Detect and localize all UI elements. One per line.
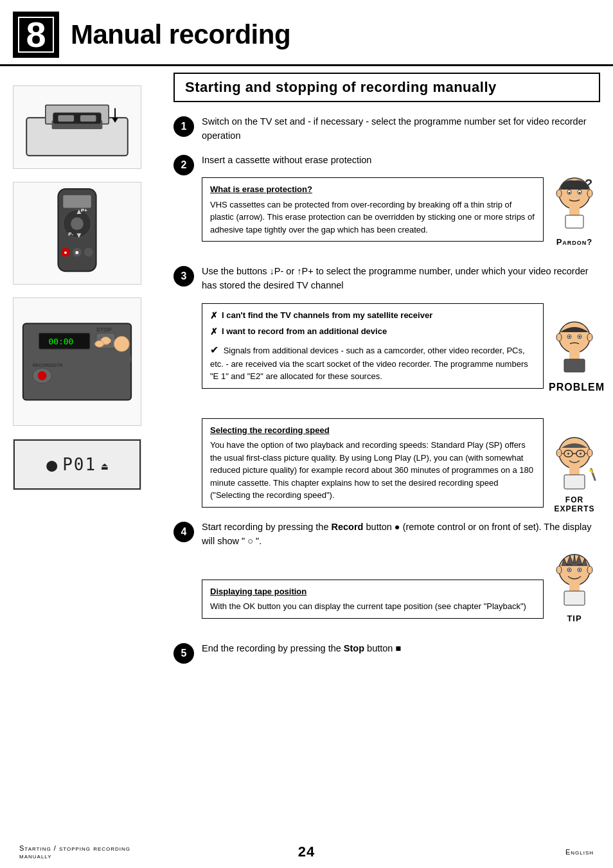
problem-face-svg (553, 319, 596, 374)
erase-protection-box: What is erase protection? VHS cassettes … (202, 171, 544, 248)
experts-label: FOR EXPERTS (549, 495, 600, 514)
svg-point-18 (84, 248, 93, 257)
svg-text:STOP: STOP (96, 326, 112, 333)
recording-speed-box: Selecting the recording speed You have t… (202, 418, 544, 508)
page-header: 8 Manual recording (0, 0, 613, 66)
svg-point-50 (587, 333, 592, 341)
svg-point-72 (556, 566, 562, 574)
step-5: 5 End the recording by pressing the Stop… (173, 642, 600, 664)
svg-text:RECORD/OTR: RECORD/OTR (33, 363, 63, 368)
chapter-number: 8 (26, 17, 46, 53)
step-5-content: End the recording by pressing the Stop b… (202, 642, 600, 656)
svg-rect-4 (58, 115, 74, 121)
problem-content: ✗ I can't find the TV channels from my s… (202, 297, 544, 395)
experts-face-svg (553, 434, 596, 492)
svg-point-11 (71, 217, 84, 230)
erase-protection-infobox: What is erase protection? VHS cassettes … (202, 177, 544, 242)
svg-point-60 (580, 452, 582, 454)
svg-rect-9 (63, 195, 91, 208)
svg-rect-64 (564, 475, 585, 489)
page-footer: Starting / stopping recording manually 2… (0, 844, 613, 860)
pardon-callout: What is erase protection? VHS cassettes … (202, 171, 600, 248)
erase-protection-title: What is erase protection? (210, 183, 535, 196)
svg-point-44 (559, 322, 590, 353)
svg-text:P-: P- (68, 231, 73, 237)
svg-point-33 (114, 336, 129, 351)
tape-position-title: Displaying tape position (210, 585, 535, 598)
svg-point-37 (569, 192, 571, 194)
step-4-content: Start recording by pressing the Record b… (202, 520, 600, 632)
step-2: 2 Insert a cassette without erase protec… (173, 154, 600, 255)
svg-rect-75 (564, 591, 585, 605)
step-2-number: 2 (173, 155, 194, 175)
svg-point-73 (587, 566, 592, 574)
svg-text:■: ■ (75, 249, 78, 256)
svg-text:00:00: 00:00 (48, 337, 73, 346)
problem-x-2: ✗ (210, 325, 218, 339)
erase-protection-text: VHS cassettes can be protected from over… (210, 199, 535, 236)
footer-left: Starting / stopping recording manually (19, 844, 148, 860)
display-illustration: ● P01 ⏏ (13, 439, 141, 490)
step-1-number: 1 (173, 116, 194, 137)
svg-rect-52 (564, 359, 585, 372)
pardon-face-svg: ? (553, 175, 596, 230)
problem-character: PROBLEM (549, 319, 600, 395)
recording-speed-title: Selecting the recording speed (210, 424, 535, 437)
svg-text:P+: P+ (81, 208, 87, 213)
main-content: ▲ ▼ P- P+ ● ■ 00:00 (0, 73, 613, 687)
svg-point-47 (569, 336, 571, 338)
svg-rect-74 (569, 584, 580, 592)
tip-label: TIP (549, 612, 600, 625)
record-label: Record (332, 522, 364, 532)
recording-speed-content: Selecting the recording speed You have t… (202, 412, 544, 514)
vcr-buttons-illustration: 00:00 STOP RECORD/OTR (13, 297, 141, 426)
footer-right: English (465, 848, 594, 856)
step-1-content: Switch on the TV set and - if necessary … (202, 115, 600, 143)
problem-answer: ✔ Signals from additional devices - such… (210, 342, 535, 383)
svg-point-62 (587, 449, 592, 457)
svg-point-31 (95, 341, 104, 347)
display-dot-indicator: ● (46, 454, 57, 475)
svg-point-38 (579, 192, 581, 194)
tape-position-content: Displaying tape position With the OK but… (202, 573, 544, 625)
section-title: Starting and stopping of recording manua… (185, 79, 497, 95)
tip-callout: Displaying tape position With the OK but… (202, 552, 600, 624)
tip-character: TIP (549, 552, 600, 624)
step-4: 4 Start recording by pressing the Record… (173, 520, 600, 632)
pardon-label: Pardon? (549, 236, 600, 249)
stop-label: Stop (344, 643, 364, 653)
chapter-number-box: 8 (13, 12, 59, 58)
problem-callout: ✗ I can't find the TV channels from my s… (202, 297, 600, 395)
tape-position-box: Displaying tape position With the OK but… (202, 580, 544, 619)
left-sidebar: ▲ ▼ P- P+ ● ■ 00:00 (13, 73, 167, 687)
svg-point-49 (556, 333, 562, 341)
right-content: Starting and stopping of recording manua… (167, 73, 613, 687)
experts-character: FOR EXPERTS (549, 434, 600, 514)
experts-callout: Selecting the recording speed You have t… (202, 412, 600, 514)
svg-point-29 (38, 371, 47, 380)
tape-position-text: With the OK button you can display the c… (210, 600, 535, 613)
step-3-number: 3 (173, 266, 194, 287)
problem-label: PROBLEM (549, 380, 600, 395)
svg-point-70 (569, 569, 571, 571)
display-icon: ⏏ (102, 460, 108, 472)
cassette-illustration (13, 85, 141, 169)
svg-text:▼: ▼ (75, 231, 83, 240)
step-3: 3 Use the buttons ↓P- or ↑P+ to select t… (173, 265, 600, 402)
page-title: Manual recording (71, 19, 290, 50)
problem-box: ✗ I can't find the TV channels from my s… (202, 303, 544, 389)
step-3-content: Use the buttons ↓P- or ↑P+ to select the… (202, 265, 600, 402)
svg-rect-5 (80, 115, 96, 121)
svg-point-59 (567, 452, 569, 454)
section-title-box: Starting and stopping of recording manua… (173, 73, 600, 102)
step-4-number: 4 (173, 522, 194, 542)
display-text: P01 (62, 455, 96, 474)
display-content: ● P01 ⏏ (13, 439, 141, 490)
problem-item-1: ✗ I can't find the TV channels from my s… (210, 309, 535, 323)
tip-face-svg (553, 552, 596, 607)
svg-rect-42 (565, 215, 583, 228)
step-5-number: 5 (173, 643, 194, 664)
problem-item-2: ✗ I want to record from an additional de… (210, 325, 535, 339)
problem-x-1: ✗ (210, 309, 218, 323)
svg-text:●: ● (64, 249, 67, 256)
